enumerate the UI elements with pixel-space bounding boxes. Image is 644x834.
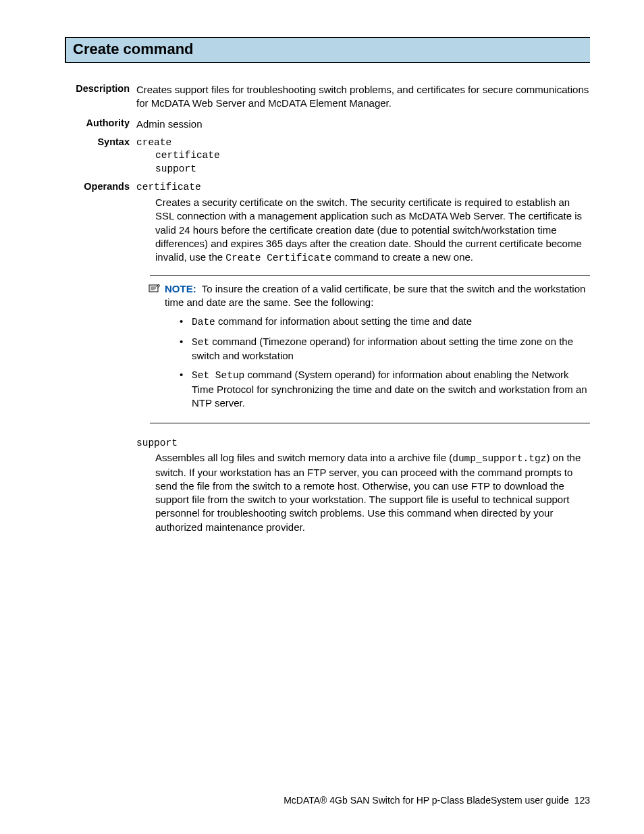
operands-label: Operands — [65, 181, 136, 543]
page-footer: McDATA® 4Gb SAN Switch for HP p-Class Bl… — [284, 795, 590, 806]
cert-desc-code: Create Certificate — [225, 253, 331, 263]
note-bullet-1: Set command (Timezone operand) for infor… — [180, 335, 590, 363]
syntax-arg-1: support — [136, 163, 590, 176]
section-title-bar: Create command — [65, 37, 590, 63]
note-icon — [149, 284, 161, 293]
note-bullet-0-rest: command for information about setting th… — [215, 315, 472, 327]
note-bullet-0-cmd: Date — [192, 317, 215, 328]
note-bullet-1-cmd: Set — [192, 337, 209, 348]
note-list: Date command for information about setti… — [165, 309, 590, 410]
syntax-content: create certificate support — [136, 136, 590, 176]
operands-content: certificate Creates a security certifica… — [136, 181, 590, 543]
description-text: Creates support files for troubleshootin… — [136, 83, 590, 111]
operand-name-certificate: certificate — [136, 181, 590, 194]
note-intro: To insure the creation of a valid certif… — [165, 283, 585, 308]
operand-desc-certificate: Creates a security certificate on the sw… — [136, 196, 590, 265]
operand-desc-support: Assembles all log files and switch memor… — [136, 451, 590, 534]
support-desc-part0: Assembles all log files and switch memor… — [155, 452, 452, 463]
description-row: Description Creates support files for tr… — [65, 83, 590, 111]
note-label: NOTE: — [165, 283, 196, 294]
note-body: NOTE: To insure the creation of a valid … — [150, 282, 590, 411]
syntax-row: Syntax create certificate support — [65, 136, 590, 176]
section-title: Create command — [73, 41, 583, 58]
note-bullet-2-rest: command (System operand) for information… — [192, 369, 587, 409]
operand-name-support: support — [136, 437, 590, 450]
authority-row: Authority Admin session — [65, 118, 590, 131]
description-label: Description — [65, 83, 136, 111]
cert-desc-part2: command to create a new one. — [331, 251, 473, 263]
syntax-label: Syntax — [65, 136, 136, 176]
note-bullet-2: Set Setup command (System operand) for i… — [180, 368, 590, 410]
operands-row: Operands certificate Creates a security … — [65, 181, 590, 543]
syntax-cmd: create — [136, 136, 590, 150]
note-bullet-2-cmd: Set Setup — [192, 370, 244, 381]
note-box: NOTE: To insure the creation of a valid … — [150, 275, 590, 423]
authority-label: Authority — [65, 118, 136, 131]
footer-page: 123 — [574, 795, 590, 806]
support-desc-code: dump_support.tgz — [452, 453, 546, 464]
authority-text: Admin session — [136, 118, 590, 131]
note-bullet-0: Date command for information about setti… — [180, 315, 590, 330]
footer-text: McDATA® 4Gb SAN Switch for HP p-Class Bl… — [284, 795, 569, 806]
note-bullet-1-rest: command (Timezone operand) for informati… — [192, 336, 573, 362]
syntax-arg-0: certificate — [136, 149, 590, 163]
